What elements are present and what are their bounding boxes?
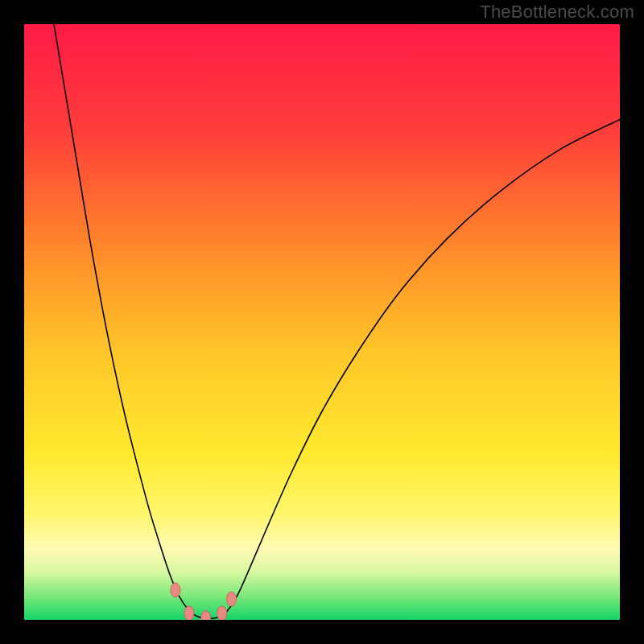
plot-svg xyxy=(24,24,620,620)
data-marker xyxy=(184,606,194,620)
data-marker xyxy=(227,592,237,606)
chart-frame: TheBottleneck.com xyxy=(0,0,644,644)
data-marker xyxy=(217,606,227,620)
plot-background xyxy=(24,24,620,620)
bottleneck-plot xyxy=(24,24,620,620)
watermark-text: TheBottleneck.com xyxy=(480,2,634,23)
data-marker xyxy=(171,583,180,597)
